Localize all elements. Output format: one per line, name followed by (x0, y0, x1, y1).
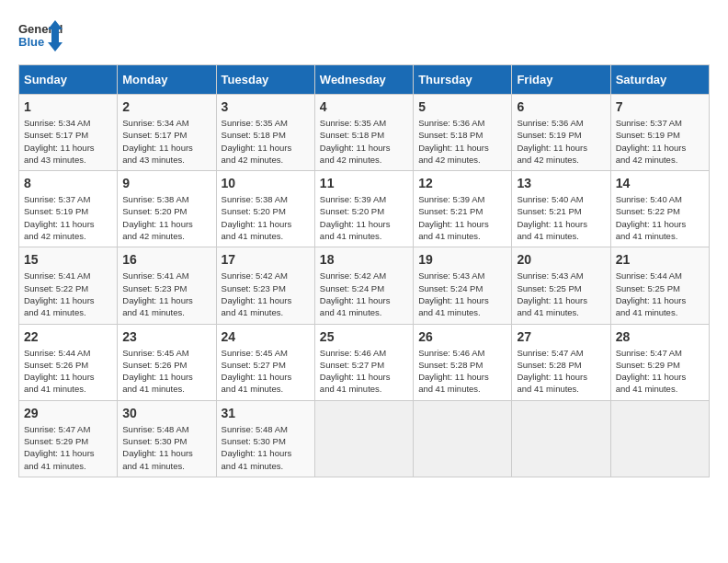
day-info: Sunrise: 5:41 AMSunset: 5:23 PMDaylight:… (122, 270, 210, 318)
day-number: 23 (122, 329, 210, 344)
day-number: 4 (320, 99, 408, 114)
day-number: 15 (24, 252, 112, 267)
calendar-week-1: 8Sunrise: 5:37 AMSunset: 5:19 PMDaylight… (19, 171, 710, 247)
day-info: Sunrise: 5:47 AMSunset: 5:29 PMDaylight:… (24, 423, 112, 472)
day-number: 11 (320, 176, 408, 190)
calendar-cell: 18Sunrise: 5:42 AMSunset: 5:24 PMDayligh… (314, 247, 413, 324)
calendar-cell (314, 400, 413, 477)
day-number: 26 (418, 329, 506, 344)
day-info: Sunrise: 5:45 AMSunset: 5:26 PMDaylight:… (122, 347, 210, 396)
header-cell-wednesday: Wednesday (314, 65, 413, 95)
header-cell-friday: Friday (512, 65, 610, 95)
day-number: 6 (517, 99, 605, 114)
calendar-cell: 1Sunrise: 5:34 AMSunset: 5:17 PMDaylight… (19, 95, 118, 171)
day-info: Sunrise: 5:37 AMSunset: 5:19 PMDaylight:… (24, 193, 112, 242)
calendar-cell: 3Sunrise: 5:35 AMSunset: 5:18 PMDaylight… (216, 95, 314, 171)
calendar-cell: 25Sunrise: 5:46 AMSunset: 5:27 PMDayligh… (314, 324, 413, 400)
calendar-week-4: 29Sunrise: 5:47 AMSunset: 5:29 PMDayligh… (19, 400, 710, 477)
calendar-cell: 9Sunrise: 5:38 AMSunset: 5:20 PMDaylight… (118, 171, 216, 247)
day-number: 5 (418, 99, 506, 114)
header-cell-tuesday: Tuesday (216, 65, 314, 95)
calendar-cell: 16Sunrise: 5:41 AMSunset: 5:23 PMDayligh… (118, 247, 216, 324)
calendar-cell: 27Sunrise: 5:47 AMSunset: 5:28 PMDayligh… (512, 324, 610, 400)
header-row: SundayMondayTuesdayWednesdayThursdayFrid… (19, 65, 710, 95)
calendar-cell: 8Sunrise: 5:37 AMSunset: 5:19 PMDaylight… (19, 171, 118, 247)
header: General Blue (18, 18, 710, 55)
day-number: 22 (24, 329, 112, 344)
calendar-cell (512, 400, 610, 477)
calendar-week-2: 15Sunrise: 5:41 AMSunset: 5:22 PMDayligh… (19, 247, 710, 324)
day-number: 19 (418, 252, 506, 267)
header-cell-thursday: Thursday (414, 65, 512, 95)
day-info: Sunrise: 5:39 AMSunset: 5:20 PMDaylight:… (320, 193, 408, 242)
day-number: 16 (122, 252, 210, 267)
calendar-cell: 15Sunrise: 5:41 AMSunset: 5:22 PMDayligh… (19, 247, 118, 324)
calendar-cell: 11Sunrise: 5:39 AMSunset: 5:20 PMDayligh… (314, 171, 413, 247)
calendar-week-3: 22Sunrise: 5:44 AMSunset: 5:26 PMDayligh… (19, 324, 710, 400)
day-number: 1 (24, 99, 112, 114)
day-info: Sunrise: 5:38 AMSunset: 5:20 PMDaylight:… (222, 193, 310, 242)
day-info: Sunrise: 5:46 AMSunset: 5:27 PMDaylight:… (320, 347, 408, 396)
calendar-cell: 4Sunrise: 5:35 AMSunset: 5:18 PMDaylight… (314, 95, 413, 171)
day-number: 27 (517, 329, 605, 344)
day-info: Sunrise: 5:37 AMSunset: 5:19 PMDaylight:… (616, 117, 704, 166)
day-number: 10 (222, 176, 310, 190)
calendar-cell: 2Sunrise: 5:34 AMSunset: 5:17 PMDaylight… (118, 95, 216, 171)
calendar-table: SundayMondayTuesdayWednesdayThursdayFrid… (18, 64, 710, 477)
calendar-cell: 23Sunrise: 5:45 AMSunset: 5:26 PMDayligh… (118, 324, 216, 400)
day-info: Sunrise: 5:43 AMSunset: 5:24 PMDaylight:… (418, 270, 506, 318)
day-info: Sunrise: 5:35 AMSunset: 5:18 PMDaylight:… (320, 117, 408, 166)
day-info: Sunrise: 5:38 AMSunset: 5:20 PMDaylight:… (122, 193, 210, 242)
day-info: Sunrise: 5:43 AMSunset: 5:25 PMDaylight:… (517, 270, 605, 318)
calendar-cell: 30Sunrise: 5:48 AMSunset: 5:30 PMDayligh… (118, 400, 216, 477)
day-info: Sunrise: 5:48 AMSunset: 5:30 PMDaylight:… (122, 423, 210, 472)
day-number: 12 (418, 176, 506, 190)
calendar-cell: 17Sunrise: 5:42 AMSunset: 5:23 PMDayligh… (216, 247, 314, 324)
day-info: Sunrise: 5:47 AMSunset: 5:29 PMDaylight:… (616, 347, 704, 396)
calendar-cell: 20Sunrise: 5:43 AMSunset: 5:25 PMDayligh… (512, 247, 610, 324)
day-info: Sunrise: 5:44 AMSunset: 5:25 PMDaylight:… (616, 270, 704, 318)
calendar-cell (414, 400, 512, 477)
day-info: Sunrise: 5:42 AMSunset: 5:23 PMDaylight:… (222, 270, 310, 318)
day-number: 8 (24, 176, 112, 190)
day-number: 9 (122, 176, 210, 190)
day-number: 28 (616, 329, 704, 344)
header-cell-sunday: Sunday (19, 65, 118, 95)
logo-icon: General Blue (18, 18, 64, 55)
day-number: 13 (517, 176, 605, 190)
logo: General Blue (18, 18, 64, 55)
day-info: Sunrise: 5:40 AMSunset: 5:21 PMDaylight:… (517, 193, 605, 242)
calendar-cell: 5Sunrise: 5:36 AMSunset: 5:18 PMDaylight… (414, 95, 512, 171)
day-info: Sunrise: 5:35 AMSunset: 5:18 PMDaylight:… (222, 117, 310, 166)
day-info: Sunrise: 5:36 AMSunset: 5:18 PMDaylight:… (418, 117, 506, 166)
day-number: 21 (616, 252, 704, 267)
calendar-cell: 24Sunrise: 5:45 AMSunset: 5:27 PMDayligh… (216, 324, 314, 400)
day-number: 29 (24, 406, 112, 420)
day-number: 7 (616, 99, 704, 114)
day-number: 2 (122, 99, 210, 114)
calendar-cell: 10Sunrise: 5:38 AMSunset: 5:20 PMDayligh… (216, 171, 314, 247)
calendar-cell: 14Sunrise: 5:40 AMSunset: 5:22 PMDayligh… (610, 171, 709, 247)
day-info: Sunrise: 5:46 AMSunset: 5:28 PMDaylight:… (418, 347, 506, 396)
day-info: Sunrise: 5:39 AMSunset: 5:21 PMDaylight:… (418, 193, 506, 242)
header-cell-monday: Monday (118, 65, 216, 95)
calendar-cell: 12Sunrise: 5:39 AMSunset: 5:21 PMDayligh… (414, 171, 512, 247)
calendar-week-0: 1Sunrise: 5:34 AMSunset: 5:17 PMDaylight… (19, 95, 710, 171)
header-cell-saturday: Saturday (610, 65, 709, 95)
day-info: Sunrise: 5:40 AMSunset: 5:22 PMDaylight:… (616, 193, 704, 242)
calendar-cell: 6Sunrise: 5:36 AMSunset: 5:19 PMDaylight… (512, 95, 610, 171)
calendar-cell: 28Sunrise: 5:47 AMSunset: 5:29 PMDayligh… (610, 324, 709, 400)
day-info: Sunrise: 5:34 AMSunset: 5:17 PMDaylight:… (122, 117, 210, 166)
day-info: Sunrise: 5:45 AMSunset: 5:27 PMDaylight:… (222, 347, 310, 396)
calendar-cell (610, 400, 709, 477)
day-info: Sunrise: 5:48 AMSunset: 5:30 PMDaylight:… (222, 423, 310, 472)
day-number: 20 (517, 252, 605, 267)
calendar-cell: 21Sunrise: 5:44 AMSunset: 5:25 PMDayligh… (610, 247, 709, 324)
day-info: Sunrise: 5:34 AMSunset: 5:17 PMDaylight:… (24, 117, 112, 166)
svg-text:Blue: Blue (18, 35, 44, 49)
day-info: Sunrise: 5:47 AMSunset: 5:28 PMDaylight:… (517, 347, 605, 396)
day-number: 18 (320, 252, 408, 267)
day-info: Sunrise: 5:42 AMSunset: 5:24 PMDaylight:… (320, 270, 408, 318)
calendar-cell: 31Sunrise: 5:48 AMSunset: 5:30 PMDayligh… (216, 400, 314, 477)
day-number: 31 (222, 406, 310, 420)
